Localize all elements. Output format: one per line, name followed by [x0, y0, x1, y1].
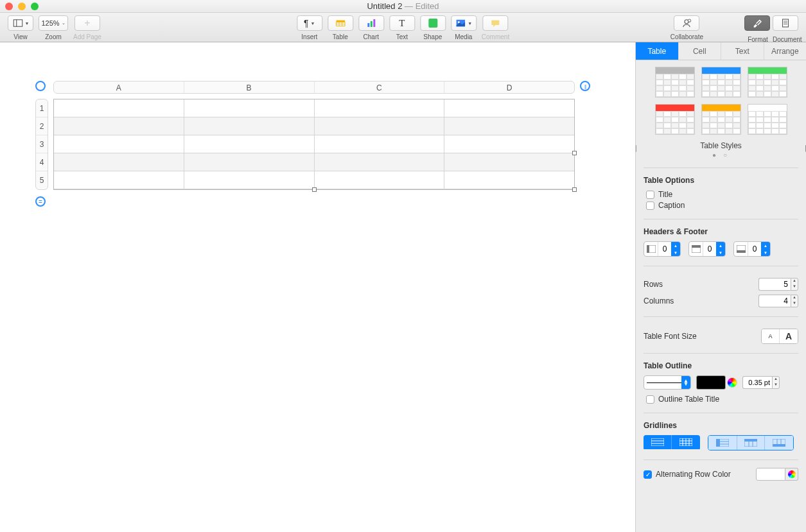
- cell[interactable]: [444, 135, 574, 153]
- text-button[interactable]: T: [389, 15, 415, 31]
- tab-cell[interactable]: Cell: [679, 42, 722, 60]
- tab-table[interactable]: Table: [636, 42, 679, 60]
- cell[interactable]: [184, 99, 315, 117]
- cell[interactable]: [54, 153, 184, 171]
- table-style-5[interactable]: [701, 104, 741, 135]
- footer-rows-stepper[interactable]: 0 ▲▼: [733, 241, 771, 257]
- footer-gridlines-button[interactable]: [765, 436, 793, 450]
- cell[interactable]: [444, 153, 574, 171]
- collaborate-button[interactable]: +: [674, 15, 699, 31]
- outline-style-select[interactable]: ▲▼: [644, 375, 691, 390]
- row-headers[interactable]: 1 2 3 4 5: [35, 99, 48, 190]
- cell[interactable]: [444, 99, 574, 117]
- cell[interactable]: [444, 171, 574, 189]
- table-button[interactable]: [328, 15, 353, 31]
- column-header-c[interactable]: C: [315, 82, 445, 93]
- row-header-1[interactable]: 1: [36, 99, 48, 117]
- resize-handle-right[interactable]: [572, 151, 577, 155]
- resize-handle-bottom[interactable]: [312, 187, 317, 192]
- add-column-handle[interactable]: [580, 81, 590, 91]
- header-rows-stepper[interactable]: 0 ▲▼: [688, 241, 726, 257]
- row-header-3[interactable]: 3: [36, 135, 48, 153]
- outline-title-checkbox[interactable]: [646, 395, 654, 404]
- cell[interactable]: [444, 117, 574, 135]
- columns-input[interactable]: [758, 295, 791, 307]
- cell[interactable]: [54, 135, 184, 153]
- styles-prev-arrow[interactable]: ◀: [636, 142, 636, 153]
- add-page-label: Add Page: [73, 33, 101, 40]
- table-icon: [335, 17, 346, 29]
- tab-text[interactable]: Text: [721, 42, 764, 60]
- insert-button[interactable]: ¶▼: [297, 15, 322, 31]
- cell[interactable]: [54, 117, 184, 135]
- comment-button[interactable]: [482, 15, 508, 31]
- font-size-increase[interactable]: A: [780, 329, 798, 343]
- add-page-button[interactable]: +: [74, 15, 100, 31]
- alt-row-color-picker[interactable]: [785, 468, 798, 481]
- caption-checkbox[interactable]: [646, 202, 654, 210]
- header-gridlines-h-button[interactable]: [708, 436, 737, 450]
- zoom-window-button[interactable]: [31, 3, 39, 10]
- title-bar: Untitled 2 — Edited: [0, 0, 806, 13]
- cell[interactable]: [54, 171, 184, 189]
- outline-color-swatch[interactable]: [696, 375, 726, 390]
- chart-button[interactable]: [358, 15, 384, 31]
- cell[interactable]: [315, 135, 445, 153]
- table-select-handle[interactable]: [35, 81, 46, 91]
- outline-color-picker[interactable]: [727, 377, 737, 388]
- columns-stepper[interactable]: ▲▼: [791, 295, 798, 307]
- table-style-4[interactable]: [655, 104, 695, 135]
- outline-width-input[interactable]: [742, 376, 772, 389]
- format-inspector-button[interactable]: [744, 15, 770, 31]
- add-row-handle[interactable]: [35, 196, 46, 207]
- alt-row-color-swatch[interactable]: [756, 468, 785, 481]
- tab-arrange[interactable]: Arrange: [764, 42, 807, 60]
- cell[interactable]: [184, 171, 315, 189]
- table-style-3[interactable]: [748, 67, 787, 98]
- title-checkbox[interactable]: [646, 191, 654, 199]
- cell[interactable]: [184, 153, 315, 171]
- cell[interactable]: [315, 99, 445, 117]
- svg-text:+: +: [689, 20, 690, 22]
- media-button[interactable]: ▼: [451, 15, 477, 31]
- close-window-button[interactable]: [5, 3, 13, 10]
- outline-heading: Table Outline: [644, 361, 798, 370]
- view-button[interactable]: ▼: [8, 15, 33, 31]
- row-header-2[interactable]: 2: [36, 117, 48, 135]
- rows-stepper[interactable]: ▲▼: [791, 278, 798, 291]
- rows-input[interactable]: [758, 278, 791, 291]
- header-gridlines-v-button[interactable]: [737, 436, 765, 450]
- zoom-select[interactable]: 125% ⌄: [39, 15, 68, 31]
- table-style-6[interactable]: [748, 104, 787, 135]
- gridlines-vertical-button[interactable]: [672, 435, 700, 449]
- shape-button[interactable]: [420, 15, 446, 31]
- document-inspector-button[interactable]: [773, 15, 798, 31]
- cell[interactable]: [315, 117, 445, 135]
- svg-rect-7: [367, 23, 369, 27]
- resize-handle-corner[interactable]: [572, 187, 577, 192]
- minimize-window-button[interactable]: [18, 3, 26, 10]
- table-style-1[interactable]: [655, 67, 695, 98]
- table-grid[interactable]: [53, 99, 575, 190]
- font-size-label: Table Font Size: [644, 332, 697, 341]
- alt-row-color-checkbox[interactable]: [644, 470, 652, 479]
- row-header-5[interactable]: 5: [36, 171, 48, 189]
- cell[interactable]: [184, 117, 315, 135]
- cell[interactable]: [315, 153, 445, 171]
- column-header-d[interactable]: D: [444, 82, 574, 93]
- outline-width-stepper[interactable]: ▲▼: [772, 376, 780, 389]
- column-header-b[interactable]: B: [184, 82, 315, 93]
- header-columns-stepper[interactable]: 0 ▲▼: [644, 241, 681, 257]
- row-header-4[interactable]: 4: [36, 153, 48, 171]
- table-style-2[interactable]: [701, 67, 741, 98]
- font-size-decrease[interactable]: A: [762, 329, 780, 343]
- cell[interactable]: [54, 99, 184, 117]
- cell[interactable]: [315, 171, 445, 189]
- svg-rect-23: [692, 245, 701, 248]
- column-headers[interactable]: A B C D: [53, 81, 575, 94]
- cell[interactable]: [184, 135, 315, 153]
- document-canvas[interactable]: A B C D 1 2 3 4 5: [0, 42, 635, 532]
- svg-rect-8: [370, 21, 372, 27]
- column-header-a[interactable]: A: [54, 82, 184, 93]
- gridlines-horizontal-button[interactable]: [644, 435, 672, 449]
